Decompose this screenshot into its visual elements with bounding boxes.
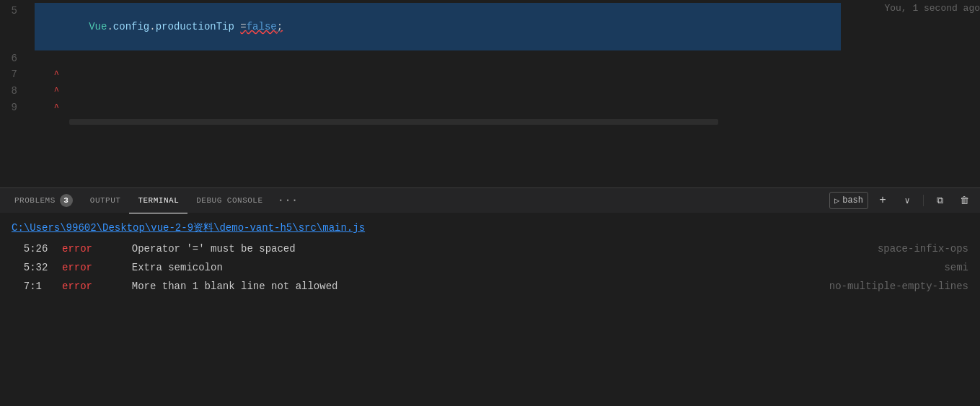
- line-content-5: Vue.config.productionTip =false;: [35, 3, 841, 50]
- error-row-1: 5:26 error Operator '=' must be spaced s…: [12, 240, 968, 257]
- error-caret-8: ^: [53, 87, 59, 97]
- error-pos-1: 5:26: [12, 240, 62, 257]
- code-lines: 5 Vue.config.productionTip =false; You, …: [0, 0, 980, 135]
- tab-problems-label: PROBLEMS: [14, 196, 56, 205]
- line-content-9: ^: [35, 100, 980, 116]
- error-table: 5:26 error Operator '=' must be spaced s…: [12, 240, 968, 295]
- error-caret-7: ^: [53, 70, 59, 80]
- new-terminal-button[interactable]: ▷ bash: [829, 192, 868, 209]
- line-number-8: 8: [0, 83, 29, 99]
- error-rule-3: no-multiple-empty-lines: [810, 278, 968, 295]
- error-msg-3: More than 1 blank line not allowed: [120, 278, 810, 295]
- line-content-8: ^: [35, 83, 980, 100]
- split-terminal-button[interactable]: ⧉: [930, 192, 950, 209]
- code-line-6: 6: [0, 50, 980, 66]
- token-false: false: [247, 21, 277, 32]
- chevron-down-icon: ∨: [904, 195, 909, 206]
- token-productiontip: productionTip: [156, 21, 234, 32]
- problems-badge: 3: [60, 194, 73, 207]
- tab-problems[interactable]: PROBLEMS 3: [6, 188, 81, 213]
- token-vue: Vue: [89, 21, 107, 32]
- error-row-2: 5:32 error Extra semicolon semi: [12, 259, 968, 276]
- shell-label: bash: [842, 195, 863, 206]
- tab-output-label: OUTPUT: [90, 196, 121, 205]
- error-caret-9: ^: [53, 103, 59, 113]
- token-semi: ;: [277, 21, 283, 32]
- error-type-2: error: [62, 259, 120, 276]
- error-rule-1: space-infix-ops: [810, 240, 968, 257]
- code-line-5: 5 Vue.config.productionTip =false; You, …: [0, 3, 980, 50]
- line-number-6: 6: [0, 50, 29, 66]
- error-msg-2: Extra semicolon: [120, 259, 810, 276]
- token-config: config: [113, 21, 149, 32]
- blame-text-5: You, 1 second ago: [884, 3, 980, 14]
- ctrl-divider: [923, 195, 924, 206]
- error-type-1: error: [62, 240, 120, 257]
- trash-icon: 🗑: [960, 195, 969, 206]
- tab-debug-console-label: DEBUG CONSOLE: [196, 196, 262, 205]
- scrollbar-row: [0, 119, 980, 135]
- panel-tabs: PROBLEMS 3 OUTPUT TERMINAL DEBUG CONSOLE…: [0, 187, 980, 213]
- add-terminal-button[interactable]: +: [873, 192, 893, 209]
- terminal-icon: ▷: [834, 195, 839, 206]
- tab-output[interactable]: OUTPUT: [81, 188, 130, 213]
- error-pos-2: 5:32: [12, 259, 62, 276]
- error-msg-1: Operator '=' must be spaced: [120, 240, 810, 257]
- split-icon: ⧉: [937, 195, 943, 206]
- line-number-7: 7: [0, 66, 29, 82]
- tab-terminal-label: TERMINAL: [138, 196, 179, 205]
- code-line-9: 9 ^: [0, 100, 980, 116]
- line-number-5: 5: [0, 3, 29, 19]
- horizontal-scrollbar[interactable]: [69, 119, 718, 125]
- error-row-3: 7:1 error More than 1 blank line not all…: [12, 278, 968, 295]
- line-content-7: ^: [35, 66, 980, 83]
- tab-more-button[interactable]: ···: [272, 194, 304, 207]
- tab-terminal[interactable]: TERMINAL: [129, 188, 187, 213]
- terminal-controls: ▷ bash + ∨ ⧉ 🗑: [829, 192, 974, 209]
- plus-icon: +: [879, 194, 886, 207]
- error-pos-3: 7:1: [12, 278, 62, 295]
- delete-terminal-button[interactable]: 🗑: [954, 192, 974, 209]
- code-line-7: 7 ^: [0, 66, 980, 83]
- terminal-area: C:\Users\99602\Desktop\vue-2-9资料\demo-va…: [0, 213, 980, 406]
- token-assign: =: [240, 21, 246, 32]
- error-type-3: error: [62, 278, 120, 295]
- error-rule-2: semi: [810, 259, 968, 276]
- code-editor: 5 Vue.config.productionTip =false; You, …: [0, 0, 980, 187]
- code-line-8: 8 ^: [0, 83, 980, 100]
- terminal-path: C:\Users\99602\Desktop\vue-2-9资料\demo-va…: [12, 221, 968, 234]
- line-number-9: 9: [0, 100, 29, 115]
- chevron-down-button[interactable]: ∨: [897, 192, 917, 209]
- tab-debug-console[interactable]: DEBUG CONSOLE: [187, 188, 271, 213]
